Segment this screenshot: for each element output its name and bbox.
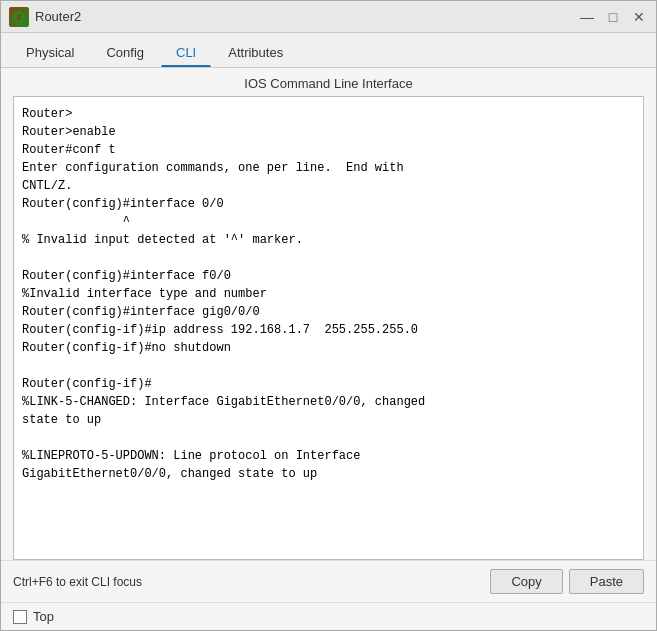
top-label: Top <box>33 609 54 624</box>
copy-button[interactable]: Copy <box>490 569 562 594</box>
window-title: Router2 <box>35 9 578 24</box>
cli-output[interactable]: Router> Router>enable Router#conf t Ente… <box>14 97 643 559</box>
tab-config[interactable]: Config <box>91 39 159 67</box>
main-window: Router2 — □ ✕ Physical Config CLI Attrib… <box>0 0 657 631</box>
tab-bar: Physical Config CLI Attributes <box>1 33 656 68</box>
bottom-bar: Ctrl+F6 to exit CLI focus Copy Paste <box>1 560 656 602</box>
cli-container: Router> Router>enable Router#conf t Ente… <box>13 96 644 560</box>
window-controls: — □ ✕ <box>578 8 648 26</box>
maximize-button[interactable]: □ <box>604 8 622 26</box>
title-bar: Router2 — □ ✕ <box>1 1 656 33</box>
top-checkbox[interactable] <box>13 610 27 624</box>
app-icon <box>9 7 29 27</box>
shortcut-hint: Ctrl+F6 to exit CLI focus <box>13 575 484 589</box>
tab-attributes[interactable]: Attributes <box>213 39 298 67</box>
section-title: IOS Command Line Interface <box>1 68 656 96</box>
minimize-button[interactable]: — <box>578 8 596 26</box>
paste-button[interactable]: Paste <box>569 569 644 594</box>
tab-cli[interactable]: CLI <box>161 39 211 67</box>
close-button[interactable]: ✕ <box>630 8 648 26</box>
svg-rect-1 <box>17 14 21 20</box>
footer-bar: Top <box>1 602 656 630</box>
tab-physical[interactable]: Physical <box>11 39 89 67</box>
